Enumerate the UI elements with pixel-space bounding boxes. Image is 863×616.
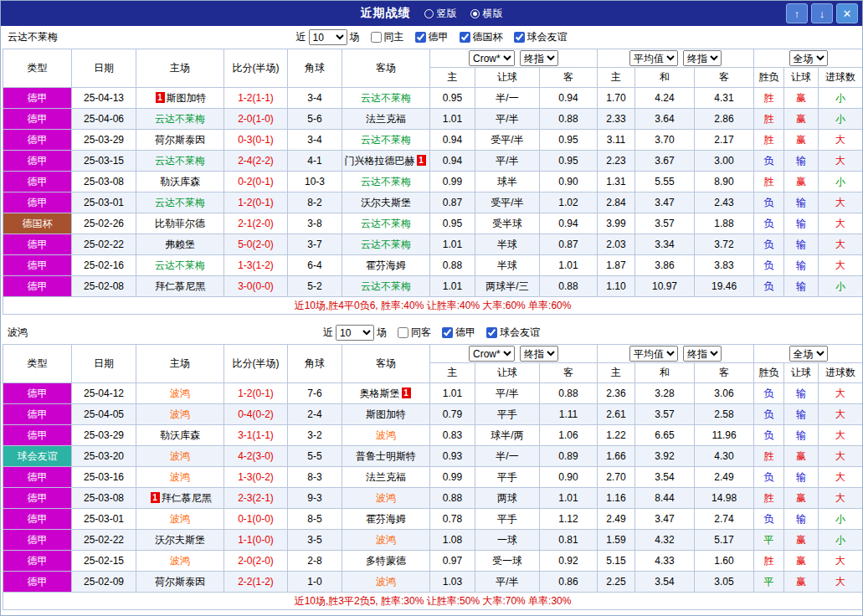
odds-company-select[interactable]: Crow* bbox=[469, 346, 515, 362]
odds-select-cell: 全场 bbox=[754, 345, 863, 363]
filter-bar: 近10场同主德甲德国杯球会友谊 bbox=[296, 29, 568, 45]
result-goals: 大 bbox=[819, 383, 863, 404]
euro-home-odds: 1.16 bbox=[598, 488, 635, 509]
corner-score-cell: 8-2 bbox=[288, 192, 342, 213]
league-type-cell: 德甲 bbox=[3, 488, 72, 509]
result-outcome: 胜 bbox=[754, 109, 784, 130]
recent-count-select[interactable]: 10 bbox=[336, 325, 374, 341]
euro-home-odds: 5.15 bbox=[598, 551, 635, 572]
filter-checkbox[interactable] bbox=[442, 327, 453, 338]
corner-score-cell: 10-3 bbox=[288, 172, 342, 192]
euro-source-select[interactable]: 平均值 bbox=[629, 346, 678, 362]
home-team-name: 波鸿 bbox=[170, 450, 190, 462]
column-header: 让球 bbox=[784, 68, 819, 88]
euro-home-odds: 2.49 bbox=[598, 509, 635, 530]
away-team-cell: 沃尔夫斯堡 bbox=[342, 192, 430, 213]
scroll-down-button[interactable]: ↓ bbox=[811, 3, 833, 23]
filter-checkbox[interactable] bbox=[460, 32, 470, 43]
euro-draw-odds: 3.64 bbox=[635, 109, 695, 130]
column-header: 和 bbox=[635, 363, 695, 383]
filter-checkbox[interactable] bbox=[371, 32, 382, 43]
odds-select-cell: Crow*终指 bbox=[430, 345, 598, 363]
close-button[interactable]: ✕ bbox=[836, 3, 858, 23]
euro-away-odds: 3.72 bbox=[695, 234, 754, 255]
league-type-cell: 德甲 bbox=[3, 130, 72, 151]
asian-home-odds: 1.01 bbox=[430, 234, 475, 255]
away-team-name: 多特蒙德 bbox=[366, 555, 406, 567]
up-arrow-icon: ↑ bbox=[794, 8, 800, 20]
away-team-cell: 多特蒙德 bbox=[342, 551, 430, 572]
home-team-cell: 1拜仁慕尼黑 bbox=[136, 488, 224, 509]
euro-away-odds: 4.30 bbox=[695, 446, 754, 467]
result-goals: 大 bbox=[819, 551, 863, 572]
euro-home-odds: 2.23 bbox=[598, 151, 635, 172]
league-type-cell: 德甲 bbox=[3, 172, 72, 192]
league-type-cell: 德甲 bbox=[3, 383, 72, 404]
filter-checkbox[interactable] bbox=[398, 327, 408, 338]
score-cell: 1-2(0-1) bbox=[224, 383, 288, 404]
filter-option[interactable]: 同客 bbox=[398, 326, 431, 340]
away-team-name: 法兰克福 bbox=[366, 471, 406, 483]
filter-checkbox[interactable] bbox=[486, 327, 497, 338]
result-handicap: 输 bbox=[784, 151, 819, 172]
asian-home-odds: 1.01 bbox=[430, 109, 475, 130]
euro-stage-select[interactable]: 终指 bbox=[683, 346, 722, 362]
result-goals: 小 bbox=[819, 276, 863, 297]
home-team-name: 云达不莱梅 bbox=[155, 155, 205, 167]
view-option[interactable]: 横版 bbox=[470, 7, 503, 21]
odds-select-cell: 全场 bbox=[754, 49, 863, 68]
down-arrow-icon: ↓ bbox=[819, 8, 825, 20]
view-option[interactable]: 竖版 bbox=[424, 7, 457, 21]
euro-stage-select[interactable]: 终指 bbox=[683, 50, 722, 66]
asian-home-odds: 0.87 bbox=[430, 192, 475, 213]
euro-draw-odds: 4.33 bbox=[635, 551, 695, 572]
result-outcome: 负 bbox=[754, 276, 784, 297]
filter-checkbox[interactable] bbox=[514, 32, 525, 43]
result-outcome: 平 bbox=[754, 572, 784, 593]
filter-option[interactable]: 球会友谊 bbox=[514, 30, 568, 44]
result-handicap: 赢 bbox=[784, 109, 819, 130]
filter-option[interactable]: 同主 bbox=[371, 30, 404, 44]
filter-option[interactable]: 球会友谊 bbox=[486, 326, 540, 340]
odds-stage-select[interactable]: 终指 bbox=[520, 346, 558, 362]
odds-stage-select[interactable]: 终指 bbox=[520, 50, 558, 66]
filter-option[interactable]: 德甲 bbox=[442, 326, 475, 340]
column-header: 胜负 bbox=[754, 363, 784, 383]
asian-home-odds: 1.08 bbox=[430, 530, 475, 551]
asian-handicap: 两球半/三 bbox=[475, 276, 540, 297]
home-team-name: 波鸿 bbox=[170, 555, 190, 567]
score-cell: 2-0(1-0) bbox=[224, 109, 288, 130]
filter-checkbox[interactable] bbox=[415, 32, 426, 43]
section-header: 云达不莱梅近10场同主德甲德国杯球会友谊 bbox=[1, 26, 862, 49]
recent-count-select[interactable]: 10 bbox=[309, 29, 347, 45]
scroll-up-button[interactable]: ↑ bbox=[786, 3, 808, 23]
scope-select[interactable]: 全场 bbox=[789, 50, 828, 66]
league-type-cell: 德甲 bbox=[3, 234, 72, 255]
result-handicap: 赢 bbox=[784, 172, 819, 192]
away-team-name: 云达不莱梅 bbox=[361, 92, 411, 104]
filter-option[interactable]: 德甲 bbox=[415, 30, 449, 44]
league-type-cell: 德甲 bbox=[3, 255, 72, 276]
page-title: 近期战绩 bbox=[361, 6, 411, 21]
asian-home-odds: 0.95 bbox=[430, 88, 475, 109]
asian-handicap: 平/半 bbox=[475, 109, 540, 130]
column-header: 角球 bbox=[288, 49, 342, 88]
asian-away-odds: 1.01 bbox=[540, 255, 598, 276]
euro-draw-odds: 3.92 bbox=[635, 446, 695, 467]
match-row: 德甲25-02-22弗赖堡5-0(2-0)3-7云达不莱梅1.01半球0.872… bbox=[3, 234, 863, 255]
league-type-cell: 德甲 bbox=[3, 109, 72, 130]
corner-score-cell: 3-8 bbox=[288, 213, 342, 234]
league-type-cell: 球会友谊 bbox=[3, 446, 72, 467]
view-option-label: 竖版 bbox=[437, 7, 457, 21]
scope-select[interactable]: 全场 bbox=[789, 346, 828, 362]
euro-source-select[interactable]: 平均值 bbox=[629, 50, 678, 66]
odds-company-select[interactable]: Crow* bbox=[469, 50, 515, 66]
result-outcome: 胜 bbox=[754, 551, 784, 572]
result-goals: 大 bbox=[819, 425, 863, 446]
filter-option[interactable]: 德国杯 bbox=[460, 30, 503, 44]
home-team-cell: 荷尔斯泰因 bbox=[136, 130, 224, 151]
column-header: 比分(半场) bbox=[224, 345, 288, 383]
match-date: 25-03-01 bbox=[72, 192, 136, 213]
away-team-cell: 云达不莱梅 bbox=[342, 130, 430, 151]
league-type-cell: 德甲 bbox=[3, 572, 72, 593]
